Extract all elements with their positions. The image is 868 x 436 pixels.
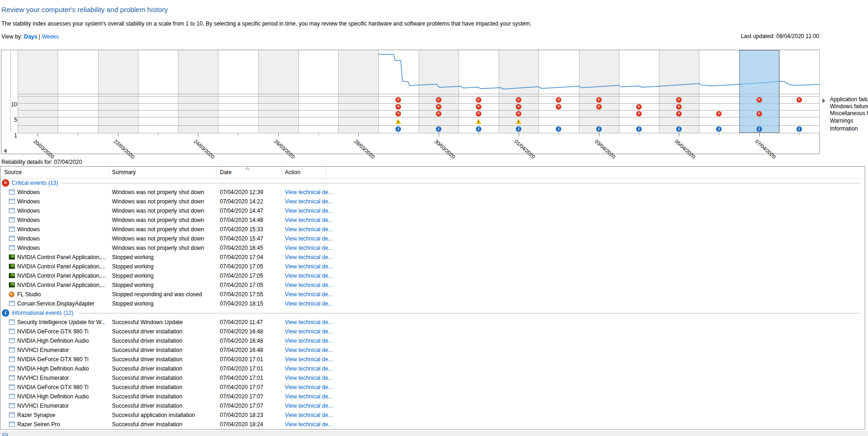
- source-cell: NVIDIA High Definition Audio: [17, 393, 89, 400]
- view-technical-details-link[interactable]: View technical de...: [285, 235, 333, 242]
- summary-cell: Successful driver installation: [112, 403, 182, 409]
- nvidia-app-icon: [9, 282, 15, 287]
- group-rule: [62, 183, 860, 183]
- view-technical-details-link[interactable]: View technical de...: [285, 319, 333, 325]
- window-app-icon: [9, 403, 15, 408]
- date-cell: 07/04/2020 17:01: [220, 356, 263, 363]
- view-by-weeks-link[interactable]: Weeks: [42, 33, 59, 40]
- view-technical-details-link[interactable]: View technical de...: [285, 356, 333, 363]
- view-technical-details-link[interactable]: View technical de...: [285, 300, 333, 307]
- view-technical-details-link[interactable]: View technical de...: [285, 384, 333, 390]
- table-row[interactable]: WindowsWindows was not properly shut dow…: [0, 197, 865, 206]
- view-technical-details-link[interactable]: View technical de...: [285, 365, 333, 372]
- miscellaneous-failures-error-icon: ✕: [756, 111, 762, 117]
- miscellaneous-failures-error-icon: ✕: [716, 111, 722, 117]
- column-separator: [216, 167, 217, 178]
- warnings-warning-icon: !: [516, 119, 521, 124]
- window-app-icon: [9, 319, 15, 325]
- table-row[interactable]: NVIDIA GeForce GTX 980 TiSuccessful driv…: [0, 383, 865, 392]
- source-cell: NVVHCI Enumerator: [17, 375, 69, 381]
- view-technical-details-link[interactable]: View technical de...: [285, 291, 333, 298]
- info-icon: i: [2, 309, 9, 317]
- group-header-row[interactable]: ✕Critical events (13): [0, 178, 865, 188]
- group-header-row[interactable]: iInformational events (12): [0, 308, 865, 318]
- date-cell: 07/04/2020 16:48: [220, 347, 263, 353]
- x-axis-tick: [38, 133, 38, 137]
- date-label: 24/03/2020: [193, 138, 216, 160]
- column-header-date[interactable]: Date: [220, 169, 231, 176]
- summary-cell: Windows was not properly shut down: [112, 217, 204, 223]
- stability-chart: 1051 ✕✕✕✕✕✕✕✕✕✕✕✕✕✕✕✕✕✕✕✕✕✕✕✕✕!!!iiiiiii…: [1, 50, 820, 154]
- y-axis-tick-label: 5: [11, 117, 17, 123]
- view-technical-details-link[interactable]: View technical de...: [285, 226, 333, 233]
- column-header-action[interactable]: Action: [285, 169, 300, 176]
- windows-failures-error-icon: ✕: [676, 104, 682, 110]
- table-row[interactable]: FL StudioStopped responding and was clos…: [0, 290, 865, 299]
- date-cell: 07/04/2020 18:24: [220, 421, 263, 428]
- view-by-days-link[interactable]: Days: [24, 33, 37, 40]
- table-row[interactable]: WindowsWindows was not properly shut dow…: [0, 215, 865, 225]
- table-row[interactable]: NVIDIA Control Panel Application,...Stop…: [0, 262, 865, 271]
- view-technical-details-link[interactable]: View technical de...: [285, 208, 333, 214]
- table-row[interactable]: NVIDIA Control Panel Application,...Stop…: [0, 271, 865, 280]
- table-row[interactable]: WindowsWindows was not properly shut dow…: [0, 225, 865, 234]
- table-row[interactable]: NVIDIA High Definition AudioSuccessful d…: [0, 336, 865, 345]
- table-row[interactable]: WindowsWindows was not properly shut dow…: [0, 234, 865, 243]
- view-technical-details-link[interactable]: View technical de...: [285, 282, 333, 288]
- y-axis-tick-label: 10: [11, 101, 17, 108]
- table-row[interactable]: Corsair.Service.DisplayAdapterStopped wo…: [0, 299, 865, 308]
- windows-failures-error-icon: ✕: [636, 104, 642, 110]
- column-header-summary[interactable]: Summary: [112, 169, 136, 176]
- view-technical-details-link[interactable]: View technical de...: [285, 338, 333, 344]
- view-technical-details-link[interactable]: View technical de...: [285, 412, 333, 418]
- window-app-icon: [9, 366, 15, 371]
- source-cell: NVIDIA GeForce GTX 980 Ti: [17, 356, 88, 363]
- view-technical-details-link[interactable]: View technical de...: [285, 189, 333, 195]
- legend-information: Information: [830, 125, 858, 132]
- clipped-bottom-icon: [2, 433, 8, 436]
- table-row[interactable]: WindowsWindows was not properly shut dow…: [0, 243, 865, 253]
- x-axis-tick: [158, 133, 158, 135]
- column-header-source[interactable]: Source: [4, 169, 22, 176]
- table-row[interactable]: NVVHCI EnumeratorSuccessful driver insta…: [0, 373, 865, 383]
- view-technical-details-link[interactable]: View technical de...: [285, 347, 333, 353]
- table-row[interactable]: NVIDIA Control Panel Application,...Stop…: [0, 253, 865, 262]
- view-technical-details-link[interactable]: View technical de...: [285, 198, 333, 205]
- last-updated-label: Last updated: 08/04/2020 11:00: [741, 33, 819, 39]
- view-technical-details-link[interactable]: View technical de...: [285, 421, 333, 428]
- view-technical-details-link[interactable]: View technical de...: [285, 273, 333, 279]
- table-row[interactable]: NVIDIA High Definition AudioSuccessful d…: [0, 392, 865, 401]
- view-technical-details-link[interactable]: View technical de...: [285, 375, 333, 381]
- summary-cell: Successful driver installation: [112, 338, 182, 344]
- chart-scroll-left-arrow-icon[interactable]: [4, 149, 7, 153]
- view-technical-details-link[interactable]: View technical de...: [285, 328, 333, 335]
- view-technical-details-link[interactable]: View technical de...: [285, 217, 333, 223]
- chart-scroll-right-arrow-icon[interactable]: [822, 98, 825, 103]
- summary-cell: Successful driver installation: [112, 393, 182, 400]
- miscellaneous-failures-error-icon: ✕: [476, 111, 481, 117]
- view-technical-details-link[interactable]: View technical de...: [285, 254, 333, 260]
- view-technical-details-link[interactable]: View technical de...: [285, 245, 333, 251]
- table-row[interactable]: NVIDIA Control Panel Application,...Stop…: [0, 280, 865, 290]
- table-row[interactable]: WindowsWindows was not properly shut dow…: [0, 206, 865, 215]
- selected-day-highlight: [739, 50, 779, 133]
- date-cell: 07/04/2020 18:23: [220, 412, 263, 418]
- table-row[interactable]: NVIDIA GeForce GTX 980 TiSuccessful driv…: [0, 327, 865, 336]
- column-separator: [108, 167, 109, 178]
- view-technical-details-link[interactable]: View technical de...: [285, 393, 333, 400]
- date-cell: 07/04/2020 17:04: [220, 254, 263, 260]
- table-row[interactable]: NVVHCI EnumeratorSuccessful driver insta…: [0, 345, 865, 355]
- table-row[interactable]: NVIDIA GeForce GTX 980 TiSuccessful driv…: [0, 355, 865, 364]
- table-row[interactable]: NVIDIA High Definition AudioSuccessful d…: [0, 364, 865, 373]
- group-rule: [78, 313, 860, 313]
- x-axis-tick: [358, 133, 359, 137]
- date-cell: 07/04/2020 18:15: [220, 300, 263, 307]
- table-row[interactable]: WindowsWindows was not properly shut dow…: [0, 188, 865, 197]
- view-technical-details-link[interactable]: View technical de...: [285, 263, 333, 270]
- table-row[interactable]: Security Intelligence Update for W...Suc…: [0, 318, 865, 327]
- x-axis-tick: [238, 133, 238, 135]
- table-row[interactable]: Razer Seiren ProSuccessful driver instal…: [0, 420, 865, 429]
- table-row[interactable]: Razer SynapseSuccessful application inst…: [0, 410, 865, 420]
- table-row[interactable]: NVVHCI EnumeratorSuccessful driver insta…: [0, 401, 865, 410]
- view-technical-details-link[interactable]: View technical de...: [285, 403, 333, 409]
